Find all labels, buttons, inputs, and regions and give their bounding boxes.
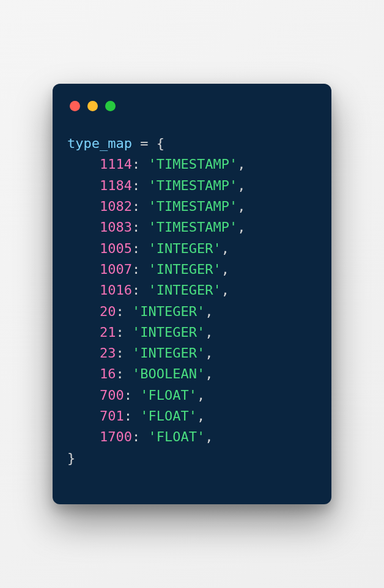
dict-key: 1007 <box>100 262 132 277</box>
indent <box>67 364 100 384</box>
comma: , <box>221 282 229 298</box>
dict-value: 'INTEGER' <box>148 262 221 277</box>
dict-value: 'INTEGER' <box>132 304 205 319</box>
code-entry-line: 20: 'INTEGER', <box>67 301 317 322</box>
comma: , <box>221 262 229 277</box>
indent <box>67 175 100 196</box>
space <box>124 325 132 340</box>
comma: , <box>205 304 213 319</box>
comma: , <box>237 178 245 193</box>
dict-value: 'TIMESTAMP' <box>148 156 237 172</box>
comma: , <box>205 345 213 361</box>
code-window: type_map = { 1114: 'TIMESTAMP', 1184: 'T… <box>53 84 331 504</box>
comma: , <box>237 219 245 235</box>
traffic-lights <box>70 101 317 111</box>
space <box>140 219 148 235</box>
code-entry-line: 21: 'INTEGER', <box>67 322 317 343</box>
indent <box>67 280 100 301</box>
code-entry-line: 700: 'FLOAT', <box>67 385 317 406</box>
dict-value: 'TIMESTAMP' <box>148 178 237 193</box>
dict-value: 'TIMESTAMP' <box>148 199 237 214</box>
space <box>140 178 148 193</box>
dict-key: 21 <box>100 325 116 340</box>
indent <box>67 238 100 259</box>
colon: : <box>132 429 140 444</box>
space <box>124 304 132 319</box>
code-entry-line: 1016: 'INTEGER', <box>67 280 317 301</box>
comma: , <box>205 429 213 444</box>
comma: , <box>237 156 245 172</box>
close-icon[interactable] <box>70 101 80 111</box>
colon: : <box>132 178 140 193</box>
code-entry-line: 1700: 'FLOAT', <box>67 427 317 447</box>
colon: : <box>132 241 140 256</box>
comma: , <box>221 241 229 256</box>
colon: : <box>132 282 140 298</box>
minimize-icon[interactable] <box>87 101 98 111</box>
comma: , <box>197 388 205 403</box>
comma: , <box>197 408 205 424</box>
dict-value: 'FLOAT' <box>140 388 197 403</box>
space <box>140 282 148 298</box>
maximize-icon[interactable] <box>105 101 116 111</box>
code-entry-line: 1114: 'TIMESTAMP', <box>67 154 317 175</box>
dict-key: 16 <box>100 366 116 381</box>
dict-key: 1114 <box>100 156 132 172</box>
space <box>140 262 148 277</box>
colon: : <box>124 388 132 403</box>
colon: : <box>116 366 124 381</box>
comma: , <box>237 199 245 214</box>
dict-key: 1082 <box>100 199 132 214</box>
indent <box>67 427 100 447</box>
colon: : <box>124 408 132 424</box>
colon: : <box>132 156 140 172</box>
indent <box>67 385 100 406</box>
dict-value: 'INTEGER' <box>148 282 221 298</box>
indent <box>67 322 100 343</box>
dict-value: 'FLOAT' <box>140 408 197 424</box>
dict-key: 1005 <box>100 241 132 256</box>
dict-value: 'FLOAT' <box>148 429 205 444</box>
code-line-open: type_map = { <box>67 133 317 154</box>
space <box>132 408 140 424</box>
space <box>140 199 148 214</box>
indent <box>67 154 100 175</box>
code-block: type_map = { 1114: 'TIMESTAMP', 1184: 'T… <box>67 133 317 469</box>
indent <box>67 406 100 427</box>
space <box>140 429 148 444</box>
colon: : <box>116 304 124 319</box>
dict-value: 'BOOLEAN' <box>132 366 205 381</box>
indent <box>67 301 100 322</box>
colon: : <box>116 345 124 361</box>
variable-name: type_map <box>67 136 132 151</box>
comma: , <box>205 366 213 381</box>
dict-key: 20 <box>100 304 116 319</box>
dict-key: 1700 <box>100 429 132 444</box>
dict-key: 700 <box>100 388 124 403</box>
colon: : <box>132 219 140 235</box>
space <box>140 156 148 172</box>
dict-key: 23 <box>100 345 116 361</box>
indent <box>67 217 100 238</box>
equals: = <box>132 136 157 151</box>
code-entry-line: 1184: 'TIMESTAMP', <box>67 175 317 196</box>
comma: , <box>205 325 213 340</box>
dict-key: 1016 <box>100 282 132 298</box>
code-entry-line: 1005: 'INTEGER', <box>67 238 317 259</box>
space <box>132 388 140 403</box>
dict-key: 1083 <box>100 219 132 235</box>
code-entry-line: 1083: 'TIMESTAMP', <box>67 217 317 238</box>
code-entry-line: 23: 'INTEGER', <box>67 343 317 364</box>
colon: : <box>116 325 124 340</box>
dict-value: 'INTEGER' <box>132 345 205 361</box>
code-entry-line: 16: 'BOOLEAN', <box>67 364 317 384</box>
colon: : <box>132 262 140 277</box>
dict-value: 'TIMESTAMP' <box>148 219 237 235</box>
code-entry-line: 1007: 'INTEGER', <box>67 259 317 280</box>
code-entry-line: 1082: 'TIMESTAMP', <box>67 196 317 217</box>
close-brace: } <box>67 450 75 466</box>
code-entry-line: 701: 'FLOAT', <box>67 406 317 427</box>
indent <box>67 259 100 280</box>
dict-key: 701 <box>100 408 124 424</box>
indent <box>67 196 100 217</box>
